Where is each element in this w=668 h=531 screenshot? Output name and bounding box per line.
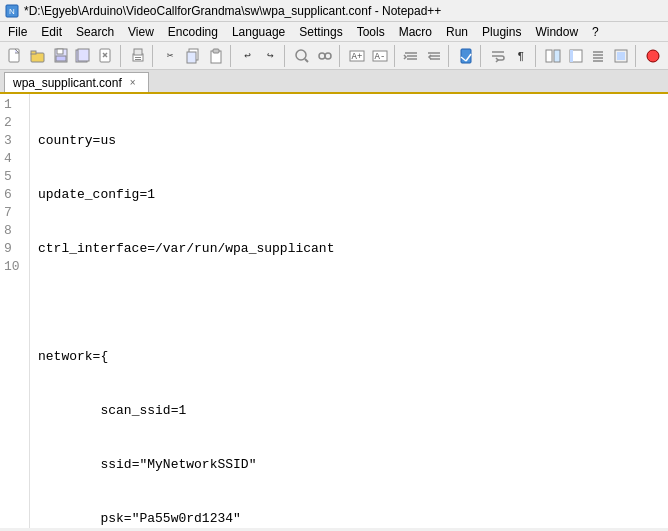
menu-settings[interactable]: Settings [293,24,348,40]
menu-help[interactable]: ? [586,24,605,40]
title-text: *D:\Egyeb\Arduino\VideoCallforGrandma\sw… [24,4,441,18]
menu-macro[interactable]: Macro [393,24,438,40]
line-num-10: 10 [4,258,23,276]
replace-button[interactable] [314,45,336,67]
line-num-2: 2 [4,114,23,132]
toolbar-sep-9 [535,45,539,67]
line-num-5: 5 [4,168,23,186]
code-line-8: psk="Pa55w0rd1234" [38,510,660,528]
record-macro-button[interactable] [642,45,664,67]
code-line-4 [38,294,660,312]
cut-button[interactable]: ✂ [159,45,181,67]
line-num-3: 3 [4,132,23,150]
svg-rect-7 [56,56,66,61]
svg-point-50 [647,50,659,62]
svg-rect-40 [546,50,552,62]
svg-text:N: N [9,7,15,16]
menu-file[interactable]: File [2,24,33,40]
indent-button[interactable] [401,45,423,67]
svg-rect-4 [31,51,36,54]
menu-encoding[interactable]: Encoding [162,24,224,40]
code-line-6: scan_ssid=1 [38,402,660,420]
code-line-2: update_config=1 [38,186,660,204]
toolbar-sep-6 [394,45,398,67]
menu-view[interactable]: View [122,24,160,40]
svg-rect-15 [135,57,141,58]
code-area[interactable]: country=us update_config=1 ctrl_interfac… [30,94,668,528]
svg-rect-9 [78,49,89,61]
toolbar-sep-3 [230,45,234,67]
menu-edit[interactable]: Edit [35,24,68,40]
line-num-9: 9 [4,240,23,258]
zoom-out-button[interactable]: A- [369,45,391,67]
file-tab[interactable]: wpa_supplicant.conf × [4,72,149,92]
svg-rect-43 [570,50,573,62]
svg-rect-16 [135,59,141,60]
line-num-1: 1 [4,96,23,114]
close-button[interactable] [95,45,117,67]
editor: 1 2 3 4 5 6 7 8 9 10 country=us update_c… [0,94,668,528]
print-button[interactable] [127,45,149,67]
line-num-8: 8 [4,222,23,240]
svg-point-24 [325,53,331,59]
zoom-in-button[interactable]: A+ [346,45,368,67]
eol-button[interactable]: ¶ [510,45,532,67]
svg-line-22 [305,59,308,62]
sync-scroll-button[interactable] [542,45,564,67]
line-numbers: 1 2 3 4 5 6 7 8 9 10 [0,94,30,528]
toolbar-sep-4 [284,45,288,67]
fullscreen-button[interactable] [610,45,632,67]
svg-rect-6 [57,49,63,54]
menu-plugins[interactable]: Plugins [476,24,527,40]
line-num-4: 4 [4,150,23,168]
menu-bar: File Edit Search View Encoding Language … [0,22,668,42]
svg-rect-41 [554,50,560,62]
title-bar: N *D:\Egyeb\Arduino\VideoCallforGrandma\… [0,0,668,22]
svg-point-23 [319,53,325,59]
toolbar-sep-10 [635,45,639,67]
open-button[interactable] [27,45,49,67]
code-line-7: ssid="MyNetworkSSID" [38,456,660,474]
line-num-6: 6 [4,186,23,204]
toolbar-sep-8 [480,45,484,67]
undo-button[interactable]: ↩ [237,45,259,67]
menu-run[interactable]: Run [440,24,474,40]
svg-text:A+: A+ [351,52,362,62]
toolbar-sep-2 [152,45,156,67]
toolbar-sep-7 [448,45,452,67]
save-button[interactable] [50,45,72,67]
paste-button[interactable] [205,45,227,67]
bookmark-button[interactable] [455,45,477,67]
menu-search[interactable]: Search [70,24,120,40]
code-line-5: network={ [38,348,660,366]
tab-close-button[interactable]: × [126,76,140,90]
redo-button[interactable]: ↪ [259,45,281,67]
tab-label: wpa_supplicant.conf [13,76,122,90]
toolbar-sep-5 [339,45,343,67]
toolbar-sep-1 [120,45,124,67]
code-line-1: country=us [38,132,660,150]
doc-map-button[interactable] [565,45,587,67]
function-list-button[interactable] [587,45,609,67]
wrap-button[interactable] [487,45,509,67]
svg-point-21 [296,50,306,60]
code-line-3: ctrl_interface=/var/run/wpa_supplicant [38,240,660,258]
menu-window[interactable]: Window [529,24,584,40]
app-icon: N [4,3,20,19]
svg-rect-18 [187,52,196,63]
find-button[interactable] [291,45,313,67]
toolbar: ✂ ↩ ↪ A+ A- ¶ [0,42,668,70]
menu-language[interactable]: Language [226,24,291,40]
line-num-7: 7 [4,204,23,222]
svg-rect-20 [213,49,219,53]
svg-rect-49 [617,52,625,60]
tab-bar: wpa_supplicant.conf × [0,70,668,94]
save-all-button[interactable] [73,45,95,67]
unindent-button[interactable] [423,45,445,67]
svg-text:A-: A- [374,52,385,62]
svg-rect-14 [134,49,142,55]
copy-button[interactable] [182,45,204,67]
menu-tools[interactable]: Tools [351,24,391,40]
new-button[interactable] [4,45,26,67]
